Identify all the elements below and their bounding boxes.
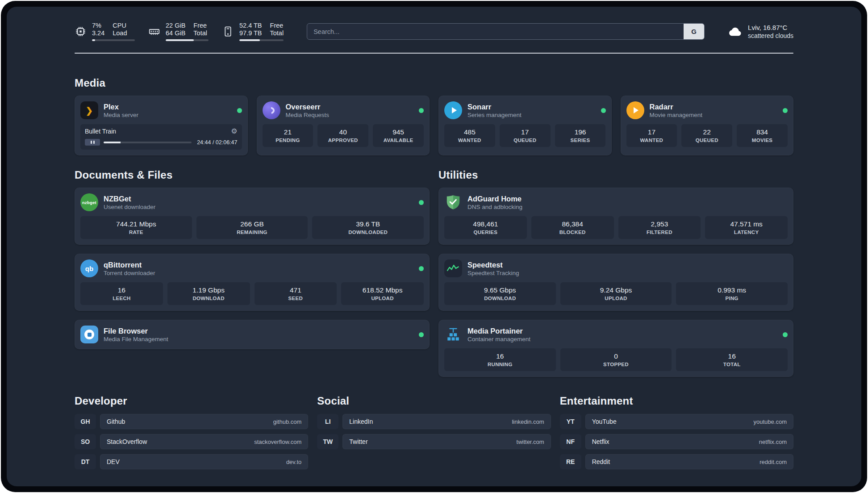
cpu-chip-icon [75,25,87,38]
plex-card[interactable]: ❯ Plex Media server Bullet Train ⚙ [75,96,248,155]
utilities-column: Utilities [438,169,793,377]
bookmark-linkedin[interactable]: LI LinkedIn linkedin.com [317,414,551,429]
bookmark-name: DEV [107,458,120,465]
section-heading-entertainment: Entertainment [560,395,793,407]
disk-progress-fill [239,39,260,41]
stat-box: 9.24 GbpsUPLOAD [560,282,672,305]
bookmark-reddit[interactable]: RE Reddit reddit.com [560,454,793,469]
filebrowser-card[interactable]: File Browser Media File Management [75,320,430,349]
disk-free: 52.4 TB [239,22,262,29]
portainer-card[interactable]: Media Portainer Container management 16R… [438,320,793,377]
bookmark-name: Twitter [349,438,367,445]
service-subtitle: Container management [467,335,530,343]
bookmark-name: LinkedIn [349,418,373,425]
cpu-label-top: CPU [113,22,127,29]
service-subtitle: Movie management [650,111,703,119]
stat-box: 834MOVIES [737,124,788,147]
section-heading-media: Media [75,77,793,89]
service-title: AdGuard Home [467,194,522,203]
section-heading-utilities: Utilities [438,169,793,181]
memory-total: 64 GiB [166,29,185,37]
bookmark-stackoverflow[interactable]: SO StackOverflow stackoverflow.com [75,434,308,449]
cpu-progress-fill [92,39,95,41]
stat-box: 1.19 GbpsDOWNLOAD [167,282,250,305]
qbittorrent-card[interactable]: qb qBittorrent Torrent downloader 16LEEC… [75,254,430,311]
section-heading-social: Social [317,395,551,407]
bookmark-url: dev.to [286,459,301,465]
weather-condition: scattered clouds [748,32,793,39]
stat-box: 744.21 MbpsRATE [80,216,192,239]
section-heading-developer: Developer [75,395,308,407]
service-title: Sonarr [467,102,522,111]
disk-progress-track [239,39,284,41]
dashboard-screen: 7% 3.24 CPU Load [7,7,861,486]
service-subtitle: Usenet downloader [104,203,155,211]
bookmark-dev[interactable]: DT DEV dev.to [75,454,308,469]
bookmark-name: Reddit [592,458,610,465]
memory-free: 22 GiB [166,22,185,29]
cpu-percent: 7% [92,22,104,29]
stat-box: 16TOTAL [676,348,788,371]
stat-box: 86,384BLOCKED [531,216,614,239]
bookmark-abbr: NF [560,434,581,449]
memory-label-bottom: Total [193,29,207,37]
speedtest-card[interactable]: Speedtest Speedtest Tracking 9.65 GbpsDO… [438,254,793,311]
search-engine-button[interactable]: G [684,24,704,39]
stat-box: 47.571 msLATENCY [705,216,788,239]
bookmark-name: YouTube [592,418,617,425]
status-dot [783,332,788,337]
service-subtitle: DNS and adblocking [467,203,522,211]
stat-box: 16LEECH [80,282,163,305]
stat-box: 0STOPPED [560,348,672,371]
bookmark-url: linkedin.com [512,418,544,425]
stat-box: 17WANTED [626,124,677,147]
stat-box: 21PENDING [263,124,313,147]
disk-labels: Free Total [270,22,284,37]
stat-box: 2,953FILTERED [618,216,701,239]
bookmark-url: github.com [273,418,302,425]
service-subtitle: Series management [467,111,522,119]
stat-box: 39.6 TBDOWNLOADED [312,216,424,239]
bookmark-url: twitter.com [517,439,544,445]
radarr-icon [626,101,644,119]
radarr-card[interactable]: Radarr Movie management 17WANTED 22QUEUE… [621,96,794,155]
bookmark-github[interactable]: GH Github github.com [75,414,308,429]
stat-box: 945AVAILABLE [373,124,424,147]
stat-box: 498,461QUERIES [444,216,527,239]
service-subtitle: Torrent downloader [104,269,155,277]
service-title: Plex [104,102,138,111]
playback-progress-track[interactable] [104,142,192,143]
sonarr-card[interactable]: Sonarr Series management 485WANTED 17QUE… [438,96,612,155]
settings-gear-icon[interactable]: ⚙ [231,128,237,135]
nzbget-icon: nzbget [80,193,98,211]
bookmark-url: reddit.com [760,459,787,465]
search-input[interactable] [307,23,705,40]
bookmark-abbr: RE [560,454,581,469]
bookmark-abbr: LI [317,414,338,429]
bookmark-url: stackoverflow.com [254,439,301,445]
stat-box: 0.993 msPING [676,282,788,305]
overseerr-card[interactable]: Overseerr Media Requests 21PENDING 40APP… [257,96,430,155]
bookmark-netflix[interactable]: NF Netflix netflix.com [560,434,793,449]
bookmark-twitter[interactable]: TW Twitter twitter.com [317,434,551,449]
topbar: 7% 3.24 CPU Load [75,22,793,41]
service-title: Radarr [650,102,703,111]
cpu-widget: 7% 3.24 CPU Load [75,22,135,41]
bookmark-abbr: YT [560,414,581,429]
pause-icon[interactable] [85,139,100,146]
playback-time: 24:44 / 02:06:47 [197,139,237,146]
filebrowser-icon [80,326,98,343]
nzbget-card[interactable]: nzbget NZBGet Usenet downloader 744.21 M… [75,188,430,245]
service-title: Media Portainer [467,326,530,335]
service-subtitle: Media server [104,111,138,119]
memory-progress-fill [166,39,194,41]
adguard-card[interactable]: AdGuard Home DNS and adblocking 498,461Q… [438,188,793,245]
service-subtitle: Media Requests [286,111,330,119]
bookmark-name: Github [107,418,125,425]
overseerr-icon [263,101,280,119]
status-dot [601,108,606,113]
service-title: Speedtest [467,260,519,269]
qbittorrent-icon: qb [80,259,98,277]
bookmark-youtube[interactable]: YT YouTube youtube.com [560,414,793,429]
adguard-shield-icon [444,193,462,211]
